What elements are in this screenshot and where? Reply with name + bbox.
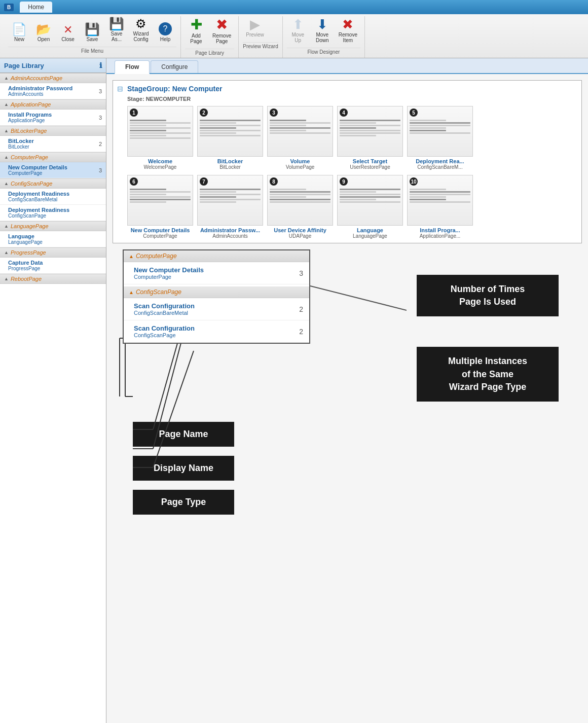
save-button[interactable]: 💾 Save — [81, 22, 103, 44]
page-thumb-1[interactable]: 1 — [127, 106, 193, 170]
preview-icon: ▶ — [250, 18, 260, 31]
page-type-4: UserRestorePage — [350, 164, 390, 170]
preview-label: Preview — [246, 32, 264, 38]
wizard-config-label: WizardConfig — [133, 31, 149, 42]
caret-icon: ▲ — [4, 102, 9, 107]
flow-area[interactable]: ⊟ StageGroup: New Computer Stage: NEWCOM… — [106, 74, 588, 723]
zoom-group-computer: ▲ ComputerPage — [124, 250, 309, 262]
ribbon-group-preview: ▶ Preview Preview Wizard — [239, 16, 282, 58]
thumb-img-4: 4 — [337, 106, 403, 157]
sidebar-item-bitlocker[interactable]: BitLocker BitLocker 2 — [0, 136, 106, 152]
remove-item-label: RemoveItem — [339, 32, 357, 43]
home-tab[interactable]: Home — [20, 2, 52, 13]
callout-times-used: Number of TimesPage Is Used — [417, 275, 559, 316]
flow-designer-label: Flow Designer — [287, 48, 360, 57]
page-type-2: BitLocker — [219, 164, 241, 170]
sidebar-group-BitLockerPage[interactable]: ▲ BitLockerPage — [0, 126, 106, 136]
close-label: Close — [61, 37, 75, 42]
page-thumb-9[interactable]: 9 Language — [337, 175, 403, 239]
item-name: Administrator Password — [8, 85, 102, 91]
remove-page-button[interactable]: ✖ RemovePage — [209, 16, 234, 46]
item-count: 3 — [99, 115, 102, 121]
caret-icon: ▲ — [4, 224, 9, 229]
wizard-config-button[interactable]: ⚙ WizardConfig — [130, 16, 152, 44]
page-thumb-3[interactable]: 3 Volume — [267, 106, 333, 170]
open-button[interactable]: 📂 Open — [32, 22, 55, 44]
collapse-icon[interactable]: ⊟ — [117, 85, 123, 93]
pages-grid-row1: 1 — [117, 106, 577, 170]
new-button[interactable]: 📄 New — [8, 22, 30, 44]
group-label: AdminAccountsPage — [11, 75, 62, 81]
sidebar-item-language[interactable]: Language LanguagePage — [0, 231, 106, 247]
help-button[interactable]: ? Help — [154, 21, 176, 44]
page-type-10: ApplicationPage... — [420, 233, 461, 239]
item-type: ConfigScanBareMetal — [8, 197, 102, 202]
close-button[interactable]: ✕ Close — [57, 23, 79, 44]
zoom-item-type: ConfigScanPage — [134, 332, 304, 338]
zoom-item-count: 2 — [299, 305, 303, 313]
sidebar-item-capture-data[interactable]: Capture Data ProgressPage — [0, 258, 106, 274]
group-label: ConfigScanPage — [11, 180, 53, 187]
add-page-button[interactable]: ✚ AddPage — [185, 16, 207, 46]
group-label: ApplicationPage — [11, 101, 51, 107]
thumb-num-8: 8 — [270, 177, 278, 186]
sidebar-group-ConfigScanPage[interactable]: ▲ ConfigScanPage — [0, 178, 106, 189]
move-down-button[interactable]: ⬇ MoveDown — [311, 16, 334, 45]
sidebar-group-RebootPage[interactable]: ▲ RebootPage — [0, 274, 106, 284]
page-type-6: ComputerPage — [143, 233, 177, 239]
page-thumb-7[interactable]: 7 Administra — [197, 175, 263, 239]
ribbon-groups: 📄 New 📂 Open ✕ Close 💾 Save 💾 Save — [4, 16, 584, 58]
page-thumb-4[interactable]: 4 — [337, 106, 403, 170]
title-bar: B Home — [0, 0, 588, 14]
group-label: RebootPage — [11, 276, 42, 282]
item-name: Deployment Readiness — [8, 207, 102, 213]
item-count: 2 — [99, 141, 102, 147]
page-thumb-6[interactable]: 6 New Comput — [127, 175, 193, 239]
thumb-img-1: 1 — [127, 106, 193, 157]
sidebar-group-ComputerPage[interactable]: ▲ ComputerPage — [0, 152, 106, 162]
thumb-img-5: 5 — [407, 106, 473, 157]
tab-flow[interactable]: Flow — [115, 60, 150, 74]
item-type: ComputerPage — [8, 170, 102, 176]
sidebar-item-deployment-readiness-2[interactable]: Deployment Readiness ConfigScanPage — [0, 205, 106, 221]
new-icon: 📄 — [12, 23, 27, 35]
thumb-img-6: 6 — [127, 175, 193, 226]
annotation-left: ▲ ComputerPage New Computer Details Comp… — [113, 249, 407, 554]
thumb-num-5: 5 — [410, 109, 418, 117]
save-as-button[interactable]: 💾 SaveAs... — [105, 16, 128, 44]
preview-button[interactable]: ▶ Preview — [243, 16, 267, 39]
caret-icon: ▲ — [4, 76, 9, 81]
page-thumb-5[interactable]: 5 Deployment — [407, 106, 473, 170]
move-up-button[interactable]: ⬆ MoveUp — [287, 16, 309, 45]
stage-group-header: ⊟ StageGroup: New Computer — [117, 85, 577, 93]
sidebar-group-ApplicationPage[interactable]: ▲ ApplicationPage — [0, 99, 106, 110]
thumb-img-2: 2 — [197, 106, 263, 157]
remove-item-button[interactable]: ✖ RemoveItem — [336, 16, 360, 45]
zoom-item-new-computer[interactable]: New Computer Details ComputerPage 3 — [124, 262, 309, 284]
tab-configure[interactable]: Configure — [151, 60, 198, 73]
item-type: ProgressPage — [8, 266, 102, 271]
page-thumb-8[interactable]: 8 User Devic — [267, 175, 333, 239]
zoom-item-scan-config-2[interactable]: Scan Configuration ConfigScanPage 2 — [124, 320, 309, 343]
page-thumb-2[interactable]: 2 — [197, 106, 263, 170]
zoom-item-name: New Computer Details — [134, 266, 304, 274]
move-down-label: MoveDown — [316, 32, 329, 43]
sidebar-item-new-computer-details[interactable]: New Computer Details ComputerPage 3 — [0, 162, 106, 178]
sidebar-item-install-programs[interactable]: Install Programs ApplicationPage 3 — [0, 110, 106, 126]
item-type: BitLocker — [8, 144, 102, 150]
callout-boxes: Number of TimesPage Is Used Multiple Ins… — [407, 249, 559, 554]
new-label: New — [14, 37, 24, 42]
sidebar-group-ProgressPage[interactable]: ▲ ProgressPage — [0, 247, 106, 258]
zoom-group-label: ComputerPage — [136, 252, 177, 260]
sidebar-item-deployment-readiness-1[interactable]: Deployment Readiness ConfigScanBareMetal — [0, 189, 106, 205]
sidebar-group-AdminAccountsPage[interactable]: ▲ AdminAccountsPage — [0, 73, 106, 83]
info-icon[interactable]: ℹ — [99, 61, 102, 69]
item-type: LanguagePage — [8, 239, 102, 245]
zoom-item-scan-config-1[interactable]: Scan Configuration ConfigScanBareMetal 2 — [124, 298, 309, 320]
sidebar-item-admin-password[interactable]: Administrator Password AdminAccounts 3 — [0, 83, 106, 99]
remove-page-label: RemovePage — [212, 33, 231, 44]
page-thumb-10[interactable]: 10 Install P — [407, 175, 473, 239]
zoom-item-type: ComputerPage — [134, 274, 304, 280]
zoom-group-label: ConfigScanPage — [136, 288, 181, 296]
sidebar-group-LanguagePage[interactable]: ▲ LanguagePage — [0, 221, 106, 231]
